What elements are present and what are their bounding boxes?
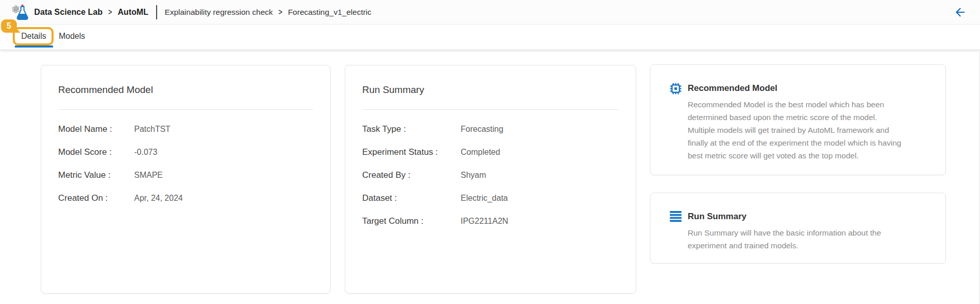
breadcrumb: Data Science Lab > AutoML Explainability…	[34, 5, 371, 19]
tab-details[interactable]: Details	[15, 25, 52, 48]
field-label: Dataset :	[362, 193, 461, 203]
card-divider	[362, 109, 619, 110]
field-label: Model Score :	[58, 147, 134, 157]
breadcrumb-divider	[156, 5, 157, 19]
field-row-dataset: Dataset : Electric_data	[362, 186, 619, 209]
field-value: Electric_data	[461, 194, 508, 203]
breadcrumb-current-run: Forecasting_v1_electric	[288, 8, 371, 17]
field-label: Task Type :	[362, 124, 461, 134]
info-panel-title: Recommended Model	[688, 82, 902, 93]
field-row-model-score: Model Score : -0.073	[58, 141, 313, 163]
field-label: Model Name :	[58, 124, 134, 134]
field-value: Apr, 24, 2024	[134, 194, 183, 203]
field-row-model-name: Model Name : PatchTST	[58, 118, 313, 141]
breadcrumb-section-automl[interactable]: AutoML	[118, 8, 148, 17]
field-label: Metric Value :	[58, 170, 134, 180]
info-panel-description: Recommended Model is the best model whic…	[688, 98, 902, 162]
chevron-right-icon: >	[279, 7, 283, 17]
breadcrumb-root[interactable]: Data Science Lab	[34, 8, 103, 17]
card-divider	[58, 109, 313, 110]
chip-icon	[669, 82, 682, 95]
back-arrow-icon	[953, 6, 967, 19]
field-row-created-on: Created On : Apr, 24, 2024	[58, 186, 313, 209]
field-value: Forecasting	[461, 125, 504, 134]
back-button[interactable]	[952, 5, 968, 19]
field-value: IPG2211A2N	[461, 217, 508, 226]
recommended-model-card: Recommended Model Model Name : PatchTST …	[41, 65, 331, 294]
info-panel-title: Run Summary	[688, 210, 902, 222]
field-row-created-by: Created By : Shyam	[362, 163, 619, 186]
field-label: Created On :	[58, 193, 134, 203]
info-panel-recommended-model: Recommended Model Recommended Model is t…	[650, 64, 946, 175]
card-title: Run Summary	[362, 84, 619, 96]
list-icon	[669, 211, 682, 222]
info-panel-description: Run Summary will have the basic informat…	[688, 226, 902, 252]
field-row-metric-value: Metric Value : SMAPE	[58, 163, 313, 186]
run-summary-fields: Task Type : Forecasting Experiment Statu…	[362, 118, 619, 232]
chevron-right-icon: >	[108, 7, 112, 17]
breadcrumb-experiment[interactable]: Explainability regression check	[165, 8, 273, 17]
tab-bar: Details Models	[0, 25, 980, 50]
app-header: Data Science Lab > AutoML Explainability…	[0, 0, 980, 25]
field-label: Experiment Status :	[362, 147, 461, 157]
tab-models[interactable]: Models	[57, 25, 87, 48]
data-science-lab-logo-icon	[11, 3, 30, 22]
card-title: Recommended Model	[58, 84, 313, 96]
field-label: Created By :	[362, 170, 461, 180]
recommended-model-fields: Model Name : PatchTST Model Score : -0.0…	[58, 118, 313, 209]
field-value: Completed	[461, 148, 500, 157]
field-row-target-column: Target Column : IPG2211A2N	[362, 209, 619, 232]
field-value: PatchTST	[134, 125, 170, 134]
info-panel-run-summary: Run Summary Run Summary will have the ba…	[650, 193, 946, 264]
run-summary-card: Run Summary Task Type : Forecasting Expe…	[345, 65, 636, 294]
field-value: SMAPE	[134, 171, 163, 180]
field-row-task-type: Task Type : Forecasting	[362, 118, 619, 141]
active-tab-indicator	[15, 45, 53, 48]
field-row-experiment-status: Experiment Status : Completed	[362, 141, 619, 163]
field-label: Target Column :	[362, 216, 461, 226]
field-value: Shyam	[461, 171, 486, 180]
field-value: -0.073	[134, 148, 157, 157]
